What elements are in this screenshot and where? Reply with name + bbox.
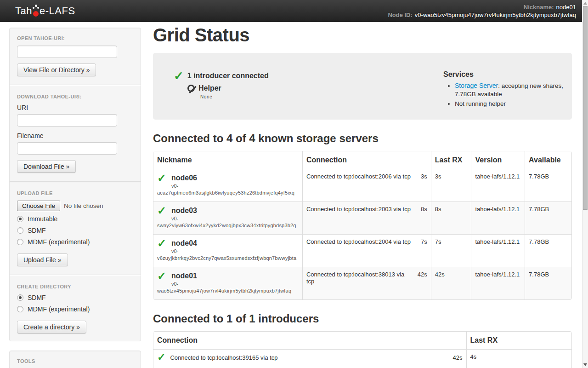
server-nickname: node04 xyxy=(171,238,299,248)
connected-check-icon: ✓ xyxy=(157,271,166,281)
radio-label: MDMF (experimental) xyxy=(28,305,90,313)
upload-format-sdmf[interactable]: SDMF xyxy=(17,227,133,234)
open-uri-input[interactable] xyxy=(17,46,117,58)
scrollbar-up-arrow-icon[interactable] xyxy=(583,2,587,5)
download-uri-title: DOWNLOAD TAHOE-URI: xyxy=(17,94,133,99)
create-directory-button[interactable]: Create a directory » xyxy=(17,321,86,334)
available-cell: 7.78GB xyxy=(525,169,571,201)
nickname-cell: ✓ node06 v0- acaz7qptmeo6m3asjlgkb6iwlyu… xyxy=(153,169,302,201)
connection-age: 8s xyxy=(421,206,427,213)
connection-cell: Connected to tcp:localhost:2006 via tcp … xyxy=(302,169,431,201)
upload-format-mdmf[interactable]: MDMF (experimental) xyxy=(17,238,133,246)
server-id-prefix: v0- xyxy=(171,248,299,255)
col-connection: Connection xyxy=(302,151,431,169)
server-id-hash: swny2viyw63ofxwi4x2yykd2woqjbpx3cw34xtri… xyxy=(157,222,299,229)
download-uri-section: DOWNLOAD TAHOE-URI: URI Filename Downloa… xyxy=(17,94,133,173)
last-rx-cell: 4s xyxy=(466,349,571,368)
radio-icon[interactable] xyxy=(17,227,23,234)
file-chosen-status: No file chosen xyxy=(64,202,103,209)
vertical-scrollbar[interactable] xyxy=(582,0,588,368)
version-cell: tahoe-lafs/1.12.1 xyxy=(471,267,525,299)
nickname-cell: ✓ node01 v0- wao5tzv45pmoju47jow7rvl4uki… xyxy=(153,267,302,299)
server-id-hash: v6zuyjkbrrkqy2bvc2cny7qwax5sxumedsxfzfjw… xyxy=(157,255,299,262)
brand-text-post: e-LAFS xyxy=(40,5,75,17)
check-icon: ✓ xyxy=(174,71,184,80)
connection-age: 42s xyxy=(418,271,427,285)
mkdir-format-mdmf[interactable]: MDMF (experimental) xyxy=(17,305,133,313)
section-divider xyxy=(10,85,141,86)
table-row: ✓ Connected to tcp:localhost:39165 via t… xyxy=(153,349,571,368)
table-header-row: Connection Last RX xyxy=(153,332,571,349)
server-nickname: node06 xyxy=(171,173,299,183)
last-rx-cell: 3s xyxy=(431,169,471,201)
available-cell: 7.78GB xyxy=(525,201,571,234)
connection-cell: Connected to tcp:localhost:2004 via tcp … xyxy=(302,234,431,267)
connected-check-icon: ✓ xyxy=(157,238,166,248)
storage-server-link[interactable]: Storage Server xyxy=(455,82,498,89)
storage-server-item: Storage Server: accepting new shares, 7.… xyxy=(455,81,582,98)
connected-check-icon: ✓ xyxy=(157,173,166,183)
version-cell: tahoe-lafs/1.12.1 xyxy=(471,234,525,267)
col-connection: Connection xyxy=(153,332,466,349)
col-last-rx: Last RX xyxy=(431,151,471,169)
view-file-button[interactable]: View File or Directory » xyxy=(17,63,96,76)
col-available: Available xyxy=(525,151,571,169)
choose-file-button[interactable]: Choose File xyxy=(17,201,60,211)
open-uri-title: OPEN TAHOE-URI: xyxy=(17,35,133,41)
nickname-line: Nickname:node01 xyxy=(388,3,576,11)
server-id-hash: acaz7qptmeo6m3asjlgkb6iwlyuqey53hz26tbdm… xyxy=(157,190,299,196)
col-last-rx: Last RX xyxy=(466,332,571,349)
server-nickname: node01 xyxy=(171,271,299,281)
create-directory-section: CREATE DIRECTORY SDMF MDMF (experimental… xyxy=(17,284,133,334)
radio-icon[interactable] xyxy=(17,294,23,301)
upload-file-button[interactable]: Upload File » xyxy=(17,253,68,266)
version-cell: tahoe-lafs/1.12.1 xyxy=(471,201,525,234)
introducers-table: Connection Last RX ✓ Connected to tcp:lo… xyxy=(153,331,572,368)
available-cell: 7.78GB xyxy=(525,234,571,267)
radio-label: MDMF (experimental) xyxy=(28,238,90,246)
server-id-hash: wao5tzv45pmoju47jow7rvl4ukirjm5ytbh2kjty… xyxy=(157,288,299,294)
mkdir-format-sdmf[interactable]: SDMF xyxy=(17,294,133,301)
download-filename-input[interactable] xyxy=(17,142,117,155)
connection-text: Connected to tcp:localhost:2003 via tcp xyxy=(306,206,411,213)
top-navbar: Tahe-LAFS Nickname:node01 Node ID:v0-wao… xyxy=(0,0,588,22)
grid-status-summary: ✓ 1 introducer connected Helper None Ser… xyxy=(153,53,572,120)
radio-icon[interactable] xyxy=(17,239,23,245)
nickname-label: Nickname: xyxy=(524,4,554,11)
version-cell: tahoe-lafs/1.12.1 xyxy=(471,169,525,201)
connection-age: 7s xyxy=(421,238,427,245)
upload-format-immutable[interactable]: Immutable xyxy=(17,215,133,223)
table-row: ✓ node06 v0- acaz7qptmeo6m3asjlgkb6iwlyu… xyxy=(153,169,571,201)
radio-icon[interactable] xyxy=(17,306,23,312)
connected-check-icon: ✓ xyxy=(157,206,166,216)
radio-label: SDMF xyxy=(28,227,46,234)
storage-servers-table: Nickname Connection Last RX Version Avai… xyxy=(153,151,572,300)
col-nickname: Nickname xyxy=(153,151,302,169)
connection-text: Connected to tcp:localhost:38013 via tcp xyxy=(306,271,414,285)
create-directory-title: CREATE DIRECTORY xyxy=(17,284,133,289)
scrollbar-down-arrow-icon[interactable] xyxy=(583,363,587,366)
storage-servers-heading: Connected to 4 of 4 known storage server… xyxy=(153,132,572,145)
open-uri-section: OPEN TAHOE-URI: View File or Directory » xyxy=(17,35,133,76)
download-uri-input[interactable] xyxy=(17,114,117,126)
radio-icon[interactable] xyxy=(17,216,23,222)
no-helper-icon xyxy=(187,85,195,92)
page-title: Grid Status xyxy=(153,25,572,46)
tahoe-balloon-icon xyxy=(33,4,39,18)
services-panel: Services Storage Server: accepting new s… xyxy=(443,70,582,110)
nodeid-value: v0-wao5tzv45pmoju47jow7rvl4ukirjm5ytbh2k… xyxy=(415,12,576,18)
introducer-status-text: 1 introducer connected xyxy=(187,72,269,80)
connected-check-icon: ✓ xyxy=(157,353,165,362)
upload-file-title: UPLOAD FILE xyxy=(17,190,133,196)
table-row: ✓ node01 v0- wao5tzv45pmoju47jow7rvl4uki… xyxy=(153,267,571,299)
table-row: ✓ node03 v0- swny2viyw63ofxwi4x2yykd2woq… xyxy=(153,201,571,234)
section-divider xyxy=(10,181,141,182)
scrollbar-thumb[interactable] xyxy=(583,6,588,210)
radio-label: SDMF xyxy=(28,294,46,301)
download-file-button[interactable]: Download File » xyxy=(17,160,76,173)
brand-text-pre: Tah xyxy=(15,5,32,17)
main-content: Grid Status ✓ 1 introducer connected Hel… xyxy=(153,22,572,368)
col-version: Version xyxy=(471,151,525,169)
connection-text: Connected to tcp:localhost:2004 via tcp xyxy=(306,238,411,245)
table-row: ✓ node04 v0- v6zuyjkbrrkqy2bvc2cny7qwax5… xyxy=(153,234,571,267)
